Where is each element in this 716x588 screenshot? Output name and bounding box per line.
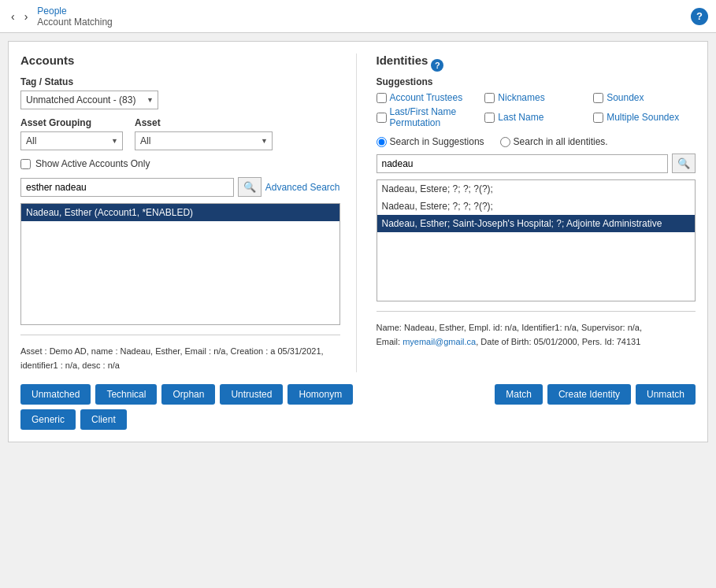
asset-select[interactable]: All (135, 131, 273, 150)
identities-detail-email-prefix: Email: (377, 337, 403, 346)
main-container: Accounts Tag / Status Unmatched Account … (8, 41, 708, 442)
identities-help-icon[interactable]: ? (431, 59, 443, 72)
radio-all-label: Search in all identities. (514, 136, 608, 147)
left-button-group-row2: Generic Client (20, 409, 353, 430)
accounts-detail-line1: Asset : Demo AD, name : Nadeau, Esther, … (20, 346, 324, 356)
identity-list-item-2[interactable]: Nadeau, Estere; ?; ?; ?(?); (377, 198, 696, 215)
identities-title-row: Identities ? (377, 54, 696, 76)
suggestion-nicknames: Nicknames (484, 92, 587, 103)
suggestion-nicknames-checkbox[interactable] (484, 93, 495, 103)
left-buttons-section: Unmatched Technical Orphan Untrusted Hom… (20, 384, 353, 430)
radio-search-all: Search in all identities. (500, 136, 608, 147)
show-active-row: Show Active Accounts Only (20, 158, 340, 169)
identities-search-input[interactable] (377, 154, 669, 173)
suggestions-grid: Account Trustees Nicknames Soundex Last/… (377, 92, 696, 128)
identity-list-item-1[interactable]: Nadeau, Estere; ?; ?; ?(?); (377, 180, 696, 198)
suggestion-last-name: Last Name (484, 106, 587, 128)
btn-match[interactable]: Match (495, 384, 543, 405)
suggestion-soundex-label: Soundex (607, 92, 644, 103)
accounts-search-row: 🔍 Advanced Search (20, 177, 340, 197)
identities-detail-email-link[interactable]: myemail@gmail.ca (403, 337, 476, 346)
tag-status-label: Tag / Status (20, 76, 340, 87)
identities-search-button[interactable]: 🔍 (672, 153, 696, 173)
breadcrumb-parent-link[interactable]: People (37, 6, 66, 17)
accounts-detail-text: Asset : Demo AD, name : Nadeau, Esther, … (20, 345, 340, 372)
identities-detail-line1: Name: Nadeau, Esther, Empl. id: n/a, Ide… (377, 323, 643, 332)
suggestion-soundex: Soundex (593, 92, 696, 103)
suggestion-soundex-checkbox[interactable] (593, 93, 603, 103)
identities-detail-dob: , Date of Birth: 05/01/2000, Pers. Id: 7… (476, 337, 640, 346)
asset-grouping-field: Asset Grouping All (20, 117, 123, 150)
accounts-search-input[interactable] (20, 178, 234, 197)
btn-unmatch[interactable]: Unmatch (636, 384, 696, 405)
nav-back-button[interactable]: ‹ (8, 9, 18, 24)
identities-title: Identities (377, 54, 428, 67)
suggestion-multiple-soundex-checkbox[interactable] (593, 113, 603, 123)
two-panel: Accounts Tag / Status Unmatched Account … (20, 54, 696, 372)
suggestion-acc-trustees-checkbox[interactable] (377, 93, 387, 103)
btn-create-identity[interactable]: Create Identity (547, 384, 631, 405)
suggestion-acc-trustees-label: Account Trustees (390, 92, 463, 103)
accounts-detail-line2: identifier1 : n/a, desc : n/a (20, 361, 120, 370)
asset-label: Asset (135, 117, 273, 128)
suggestion-account-trustees: Account Trustees (377, 92, 479, 103)
tag-status-select-wrapper: Unmatched Account - (83) All Accounts (20, 91, 158, 109)
btn-orphan[interactable]: Orphan (161, 384, 215, 405)
left-button-group-row1: Unmatched Technical Orphan Untrusted Hom… (20, 384, 353, 405)
suggestions-label: Suggestions (377, 76, 696, 87)
radio-search-suggestions: Search in Suggestions (377, 136, 484, 147)
asset-grouping-select[interactable]: All (20, 131, 123, 150)
asset-grouping-label: Asset Grouping (20, 117, 123, 128)
advanced-search-link[interactable]: Advanced Search (265, 182, 340, 193)
tag-status-select[interactable]: Unmatched Account - (83) All Accounts (20, 91, 158, 109)
asset-grouping-select-wrapper: All (20, 131, 123, 150)
suggestion-last-name-checkbox[interactable] (484, 113, 495, 123)
accounts-search-button[interactable]: 🔍 (238, 177, 262, 197)
btn-generic[interactable]: Generic (20, 409, 76, 430)
identities-list-box[interactable]: Nadeau, Estere; ?; ?; ?(?); Nadeau, Este… (377, 179, 696, 301)
btn-untrusted[interactable]: Untrusted (220, 384, 283, 405)
suggestion-last-first-label: Last/First Name Permutation (390, 106, 479, 128)
help-icon-topbar[interactable]: ? (691, 8, 708, 25)
show-active-label: Show Active Accounts Only (35, 158, 150, 169)
btn-technical[interactable]: Technical (95, 384, 157, 405)
asset-fields-row: Asset Grouping All Asset All (20, 117, 340, 150)
search-radio-group: Search in Suggestions Search in all iden… (377, 136, 696, 147)
identities-panel: Identities ? Suggestions Account Trustee… (373, 54, 696, 372)
accounts-divider (20, 335, 340, 335)
identities-search-row: 🔍 (377, 153, 696, 173)
suggestion-multiple-soundex-label: Multiple Soundex (607, 112, 679, 123)
accounts-panel: Accounts Tag / Status Unmatched Account … (20, 54, 357, 372)
identities-detail-text: Name: Nadeau, Esther, Empl. id: n/a, Ide… (377, 321, 696, 349)
accounts-list-item[interactable]: Nadeau, Esther (Account1, *ENABLED) (21, 204, 339, 221)
top-bar-left: ‹ › People Account Matching (8, 6, 113, 28)
asset-select-wrapper: All (135, 131, 273, 150)
show-active-checkbox[interactable] (20, 159, 31, 169)
identities-divider (377, 311, 696, 312)
btn-client[interactable]: Client (80, 409, 127, 430)
breadcrumb-child: Account Matching (37, 17, 112, 28)
suggestion-nicknames-label: Nicknames (498, 92, 544, 103)
identity-list-item-3[interactable]: Nadeau, Esther; Saint-Joseph's Hospital;… (377, 215, 696, 232)
top-bar: ‹ › People Account Matching ? (0, 0, 716, 33)
bottom-bar: Unmatched Technical Orphan Untrusted Hom… (20, 384, 696, 430)
accounts-list-box[interactable]: Nadeau, Esther (Account1, *ENABLED) (20, 203, 340, 325)
suggestion-multiple-soundex: Multiple Soundex (593, 106, 696, 128)
nav-arrows: ‹ › (8, 9, 31, 24)
btn-unmatched[interactable]: Unmatched (20, 384, 91, 405)
suggestion-last-first: Last/First Name Permutation (377, 106, 479, 128)
suggestion-last-name-label: Last Name (498, 112, 543, 123)
btn-homonym[interactable]: Homonym (288, 384, 353, 405)
right-button-group: Match Create Identity Unmatch (495, 384, 696, 405)
suggestions-section: Suggestions Account Trustees Nicknames S… (377, 76, 696, 128)
radio-all-input[interactable] (500, 137, 510, 147)
asset-field: Asset All (135, 117, 273, 150)
accounts-title: Accounts (20, 54, 340, 67)
suggestion-last-first-checkbox[interactable] (377, 113, 387, 123)
radio-suggestions-label: Search in Suggestions (390, 136, 484, 147)
nav-forward-button[interactable]: › (21, 9, 32, 24)
breadcrumb: People Account Matching (37, 6, 112, 28)
tag-status-field: Tag / Status Unmatched Account - (83) Al… (20, 76, 340, 109)
radio-suggestions-input[interactable] (377, 137, 387, 147)
